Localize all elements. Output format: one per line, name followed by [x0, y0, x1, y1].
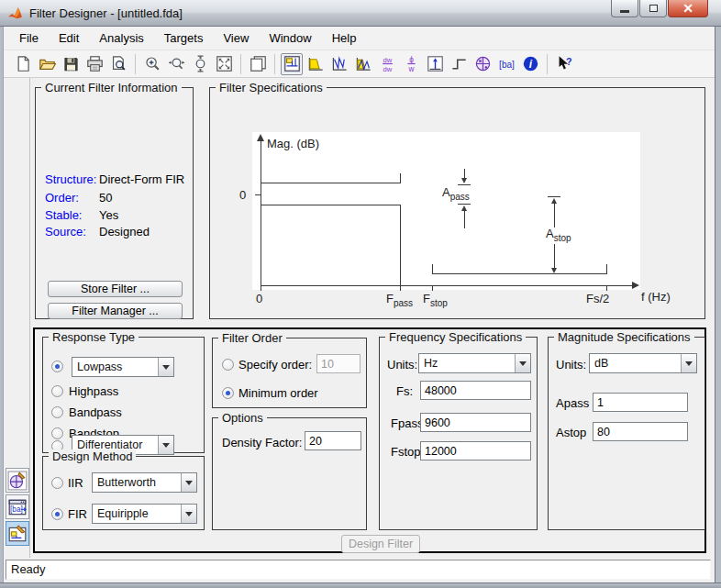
magnitude-phase-response-icon[interactable] — [352, 53, 374, 75]
filter-coefficients-icon[interactable]: [ba] — [495, 53, 517, 75]
y-axis-label: Mag. (dB) — [267, 137, 319, 150]
open-file-icon[interactable] — [36, 53, 58, 75]
pole-zero-editor-icon[interactable] — [6, 468, 29, 493]
plot-line — [400, 173, 401, 183]
chevron-down-icon — [158, 436, 173, 454]
mag-units-select[interactable]: dB — [589, 353, 697, 373]
highpass-label: Highpass — [69, 384, 118, 398]
restore-button[interactable] — [639, 0, 667, 17]
filter-info-icon[interactable]: i — [519, 53, 541, 75]
svg-text:dw: dw — [383, 65, 392, 72]
import-filter-icon[interactable]: [ba] — [6, 494, 29, 519]
full-view-icon[interactable] — [213, 53, 235, 75]
design-filter-icon[interactable] — [6, 521, 29, 546]
plot-line — [554, 204, 555, 227]
panel-title: Current Filter Information — [41, 81, 182, 94]
zoom-x-icon[interactable] — [165, 53, 187, 75]
filter-specifications-panel: Filter Specifications Mag. (dB) 0 — [209, 87, 705, 319]
plot-tick — [606, 285, 607, 291]
freq-units-label: Units: — [387, 358, 417, 372]
x-zero-label: 0 — [256, 292, 262, 305]
magnitude-specifications-panel: Magnitude Specifications Units: dB Apass… — [548, 337, 705, 530]
matlab-logo-icon — [7, 6, 23, 21]
svg-text:dw: dw — [383, 56, 392, 64]
bandpass-radio[interactable] — [51, 406, 63, 418]
print-icon[interactable] — [83, 53, 105, 75]
menu-item-view[interactable]: View — [213, 28, 259, 49]
window-frame-right — [715, 27, 721, 588]
fs-input[interactable] — [420, 381, 531, 400]
fstop-input[interactable] — [420, 441, 531, 460]
plot-line — [548, 196, 560, 197]
source-label: Source: — [45, 225, 86, 239]
magnitude-response-icon[interactable] — [305, 53, 327, 75]
fir-method-select[interactable]: Equiripple — [92, 504, 197, 524]
print-to-figure-icon[interactable] — [247, 53, 269, 75]
plot-line — [432, 264, 433, 274]
menu-item-edit[interactable]: Edit — [49, 28, 89, 49]
fpass-input[interactable] — [420, 413, 531, 432]
specify-order-input[interactable] — [316, 354, 360, 373]
filter-order-panel: Filter Order Specify order: Minimum orde… — [212, 338, 367, 408]
menu-item-file[interactable]: File — [9, 28, 49, 49]
minimize-button[interactable] — [611, 0, 638, 17]
filter-specifications-icon[interactable] — [281, 53, 303, 75]
fir-radio[interactable] — [51, 508, 63, 520]
menu-item-targets[interactable]: Targets — [154, 28, 214, 49]
toolbar: dwdw ϕw [ba] i ? — [4, 50, 715, 78]
stable-value: Yes — [99, 208, 118, 222]
iir-radio[interactable] — [51, 477, 63, 489]
status-text: Ready — [6, 560, 711, 580]
phase-delay-icon[interactable]: ϕw — [400, 53, 422, 75]
order-label: Order: — [45, 191, 79, 205]
source-value: Designed — [99, 225, 150, 239]
lowpass-select[interactable]: Lowpass — [72, 357, 174, 377]
zoom-in-icon[interactable] — [141, 53, 163, 75]
group-delay-icon[interactable]: dwdw — [376, 53, 398, 75]
freq-units-select[interactable]: Hz — [418, 353, 531, 373]
plot-line — [464, 211, 465, 228]
bandstop-radio[interactable] — [51, 427, 63, 439]
design-filter-button[interactable]: Design Filter — [341, 535, 420, 553]
chevron-down-icon — [181, 473, 196, 492]
plot-arrowhead — [632, 282, 639, 289]
chevron-down-icon — [181, 505, 196, 523]
iir-method-select[interactable]: Butterworth — [92, 472, 197, 493]
menu-item-help[interactable]: Help — [322, 28, 367, 49]
panel-title: Magnitude Specifications — [554, 330, 694, 344]
context-help-icon[interactable]: ? — [553, 53, 575, 75]
response-type-panel: Response Type Lowpass Highpass Bandpass … — [42, 337, 205, 453]
print-preview-icon[interactable] — [107, 53, 129, 75]
menu-item-window[interactable]: Window — [259, 28, 321, 49]
pole-zero-plot-icon[interactable] — [471, 53, 494, 75]
step-response-icon[interactable] — [448, 53, 470, 75]
menu-item-analysis[interactable]: Analysis — [89, 28, 153, 49]
save-icon[interactable] — [60, 53, 82, 75]
filter-designer-window: Filter Designer - [untitled.fda] ✕ File … — [0, 0, 721, 588]
store-filter-button[interactable]: Store Filter ... — [48, 281, 183, 297]
new-file-icon[interactable] — [12, 53, 34, 75]
toolbar-separator — [274, 54, 275, 74]
lowpass-radio[interactable] — [51, 361, 63, 372]
highpass-radio[interactable] — [51, 385, 63, 397]
x-axis-label: f (Hz) — [641, 290, 671, 304]
minimize-icon — [620, 10, 629, 13]
title-bar[interactable]: Filter Designer - [untitled.fda] ✕ — [0, 0, 721, 27]
impulse-response-icon[interactable] — [424, 53, 446, 75]
apass-input[interactable] — [593, 393, 688, 412]
close-button[interactable]: ✕ — [668, 0, 708, 17]
phase-response-icon[interactable] — [328, 53, 350, 75]
astop-input[interactable] — [593, 422, 688, 441]
plot-line — [261, 183, 400, 183]
panel-title: Response Type — [49, 330, 139, 344]
density-factor-input[interactable] — [305, 431, 361, 450]
plot-arrowhead — [461, 178, 467, 183]
chevron-down-icon — [158, 358, 173, 376]
minimum-order-radio[interactable] — [222, 387, 234, 399]
panel-title: Options — [218, 411, 267, 425]
fstop-input-label: Fstop — [391, 445, 421, 459]
plot-line — [606, 264, 607, 274]
filter-manager-button[interactable]: Filter Manager ... — [48, 303, 183, 319]
specify-order-radio[interactable] — [222, 359, 234, 371]
zoom-y-icon[interactable] — [189, 53, 211, 75]
